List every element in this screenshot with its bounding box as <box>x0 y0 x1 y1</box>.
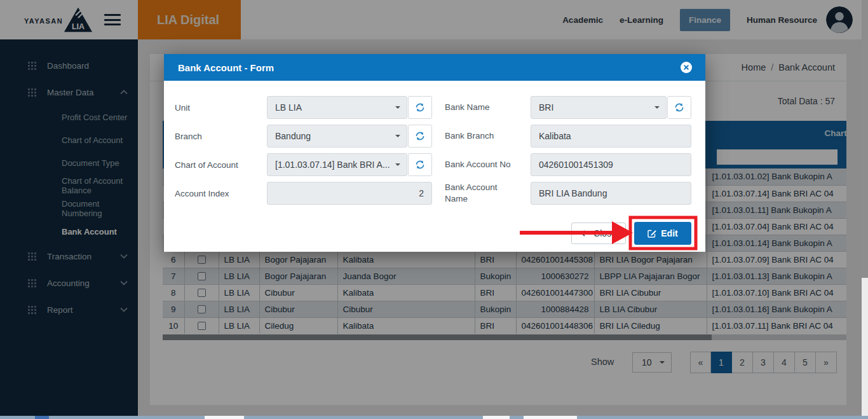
edit-button[interactable]: Edit <box>634 222 691 245</box>
chart-of-account-refresh-button[interactable] <box>408 153 432 176</box>
arrow-left-icon <box>581 230 589 237</box>
bank-account-no-label: Bank Account No <box>445 159 515 170</box>
branch-select[interactable]: Bandung <box>267 125 407 148</box>
bank-account-name-input[interactable] <box>531 182 691 205</box>
unit-refresh-button[interactable] <box>408 96 432 119</box>
account-index-label: Account Index <box>175 189 267 198</box>
vertical-scrollbar-thumb[interactable] <box>862 0 868 278</box>
taskbar-item[interactable] <box>483 416 510 419</box>
bank-account-no-input[interactable] <box>531 153 691 176</box>
bank-branch-input[interactable] <box>531 125 691 148</box>
taskbar-edge <box>0 416 868 419</box>
bank-name-select[interactable]: BRI <box>531 96 667 119</box>
caret-down-icon <box>654 106 660 111</box>
caret-down-icon <box>395 163 400 168</box>
chart-of-account-select[interactable]: [1.01.03.07.14] Bank BRI A... <box>267 153 407 176</box>
caret-down-icon <box>395 135 400 140</box>
unit-select[interactable]: LB LIA <box>267 96 407 119</box>
caret-down-icon <box>395 106 400 111</box>
close-button[interactable]: Close <box>571 223 626 244</box>
account-index-input[interactable] <box>267 182 432 205</box>
vertical-scrollbar[interactable] <box>862 0 868 419</box>
bank-branch-label: Bank Branch <box>445 130 515 142</box>
modal-header: Bank Account - Form <box>164 54 705 81</box>
taskbar-item[interactable] <box>524 416 577 419</box>
sync-icon <box>415 131 425 141</box>
branch-refresh-button[interactable] <box>408 125 432 148</box>
close-icon[interactable] <box>680 61 693 74</box>
bank-name-refresh-button[interactable] <box>667 96 691 119</box>
sync-icon <box>415 160 425 170</box>
bank-account-name-label: Bank Account Name <box>445 182 515 204</box>
bank-name-label: Bank Name <box>445 102 515 113</box>
taskbar-item[interactable] <box>35 416 49 419</box>
sync-icon <box>674 102 684 113</box>
sync-icon <box>415 102 425 113</box>
modal-title: Bank Account - Form <box>178 62 274 73</box>
modal-footer: Close Edit <box>164 222 691 245</box>
unit-label: Unit <box>175 103 267 113</box>
edit-icon <box>648 229 656 238</box>
chart-of-account-label: Chart of Account <box>175 160 267 170</box>
modal-body: Unit LB LIA Bank Name BRI Branch Bandung <box>164 81 705 245</box>
taskbar-item[interactable] <box>205 416 244 419</box>
bank-account-form-modal: Bank Account - Form Unit LB LIA Bank Nam… <box>164 54 705 252</box>
branch-label: Branch <box>175 132 267 141</box>
